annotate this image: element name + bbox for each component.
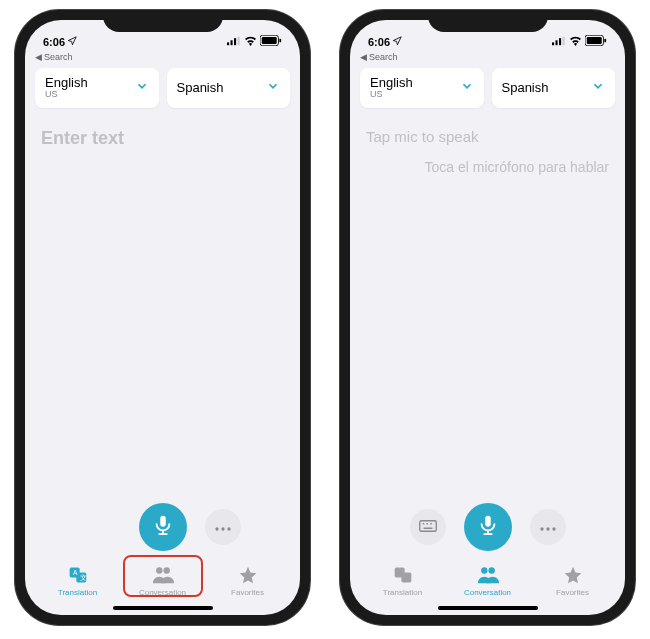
signal-icon xyxy=(552,36,566,48)
back-label: Search xyxy=(369,52,398,62)
text-entry-area[interactable]: Enter text xyxy=(25,116,300,493)
svg-rect-21 xyxy=(587,37,602,44)
svg-text:A: A xyxy=(73,569,78,576)
conversation-area: Tap mic to speak Toca el micrófono para … xyxy=(350,116,625,493)
target-language-select[interactable]: Spanish xyxy=(492,68,616,108)
wifi-icon xyxy=(569,36,582,48)
prompt-primary: Tap mic to speak xyxy=(366,128,609,145)
svg-rect-17 xyxy=(556,40,558,45)
target-language-select[interactable]: Spanish xyxy=(167,68,291,108)
star-icon xyxy=(237,565,259,587)
svg-rect-2 xyxy=(234,38,236,45)
ellipsis-icon xyxy=(539,518,557,536)
status-time: 6:06 xyxy=(43,36,65,48)
microphone-button[interactable] xyxy=(464,503,512,551)
language-selector-row: English US Spanish xyxy=(25,68,300,116)
target-language-name: Spanish xyxy=(502,81,549,95)
screen-right: 6:06 ◀ Search xyxy=(350,20,625,615)
location-icon xyxy=(67,36,77,48)
tab-conversation[interactable]: Conversation xyxy=(120,561,205,601)
phone-left: 6:06 ◀ Search xyxy=(15,10,310,625)
language-selector-row: English US Spanish xyxy=(350,68,625,116)
back-label: Search xyxy=(44,52,73,62)
svg-text:文: 文 xyxy=(79,574,86,581)
svg-point-14 xyxy=(156,567,162,573)
notch xyxy=(428,10,548,32)
tab-label: Favorites xyxy=(231,588,264,597)
source-language-region: US xyxy=(370,90,413,100)
back-chevron-icon: ◀ xyxy=(360,52,367,62)
microphone-button[interactable] xyxy=(139,503,187,551)
tab-favorites[interactable]: Favorites xyxy=(205,561,290,601)
tab-translation[interactable]: A文 Translation xyxy=(35,561,120,601)
screen-left: 6:06 ◀ Search xyxy=(25,20,300,615)
back-to-search[interactable]: ◀ Search xyxy=(350,50,625,68)
notch xyxy=(103,10,223,32)
svg-rect-19 xyxy=(563,36,565,44)
svg-rect-18 xyxy=(559,38,561,45)
svg-point-7 xyxy=(215,527,218,530)
tab-label: Translation xyxy=(383,588,422,597)
svg-rect-0 xyxy=(227,42,229,45)
svg-rect-5 xyxy=(262,37,277,44)
svg-point-29 xyxy=(546,527,549,530)
source-language-name: English xyxy=(370,76,413,90)
star-icon xyxy=(562,565,584,587)
svg-rect-1 xyxy=(231,40,233,45)
svg-rect-22 xyxy=(604,39,606,43)
source-language-select[interactable]: English US xyxy=(360,68,484,108)
wifi-icon xyxy=(244,36,257,48)
translation-icon: A文 xyxy=(67,565,89,587)
phone-right: 6:06 ◀ Search xyxy=(340,10,635,625)
tab-label: Translation xyxy=(58,588,97,597)
ellipsis-icon xyxy=(214,518,232,536)
home-indicator[interactable] xyxy=(113,606,213,610)
bottom-controls xyxy=(350,493,625,557)
tab-label: Conversation xyxy=(464,588,511,597)
svg-rect-32 xyxy=(401,573,411,583)
svg-point-9 xyxy=(227,527,230,530)
svg-point-8 xyxy=(221,527,224,530)
back-chevron-icon: ◀ xyxy=(35,52,42,62)
back-to-search[interactable]: ◀ Search xyxy=(25,50,300,68)
tab-label: Favorites xyxy=(556,588,589,597)
battery-icon xyxy=(585,35,607,48)
home-indicator[interactable] xyxy=(438,606,538,610)
signal-icon xyxy=(227,36,241,48)
translation-icon xyxy=(392,565,414,587)
tab-favorites[interactable]: Favorites xyxy=(530,561,615,601)
status-time: 6:06 xyxy=(368,36,390,48)
tab-label: Conversation xyxy=(139,588,186,597)
chevron-down-icon xyxy=(460,79,474,97)
battery-icon xyxy=(260,35,282,48)
svg-point-15 xyxy=(163,567,169,573)
prompt-secondary: Toca el micrófono para hablar xyxy=(366,159,609,175)
more-options-button[interactable] xyxy=(205,509,241,545)
more-options-button[interactable] xyxy=(530,509,566,545)
source-language-name: English xyxy=(45,76,88,90)
svg-rect-16 xyxy=(552,42,554,45)
microphone-icon xyxy=(477,514,499,540)
source-language-region: US xyxy=(45,90,88,100)
keyboard-icon xyxy=(419,518,437,536)
target-language-name: Spanish xyxy=(177,81,224,95)
svg-point-30 xyxy=(552,527,555,530)
tab-conversation[interactable]: Conversation xyxy=(445,561,530,601)
text-placeholder: Enter text xyxy=(41,128,284,149)
microphone-icon xyxy=(152,514,174,540)
chevron-down-icon xyxy=(266,79,280,97)
svg-rect-6 xyxy=(279,39,281,43)
source-language-select[interactable]: English US xyxy=(35,68,159,108)
people-icon xyxy=(152,565,174,587)
svg-point-34 xyxy=(488,567,494,573)
tab-translation[interactable]: Translation xyxy=(360,561,445,601)
location-icon xyxy=(392,36,402,48)
svg-rect-3 xyxy=(238,36,240,44)
svg-rect-23 xyxy=(419,521,436,532)
chevron-down-icon xyxy=(591,79,605,97)
bottom-controls xyxy=(25,493,300,557)
people-icon xyxy=(477,565,499,587)
svg-point-33 xyxy=(481,567,487,573)
keyboard-input-button[interactable] xyxy=(410,509,446,545)
chevron-down-icon xyxy=(135,79,149,97)
